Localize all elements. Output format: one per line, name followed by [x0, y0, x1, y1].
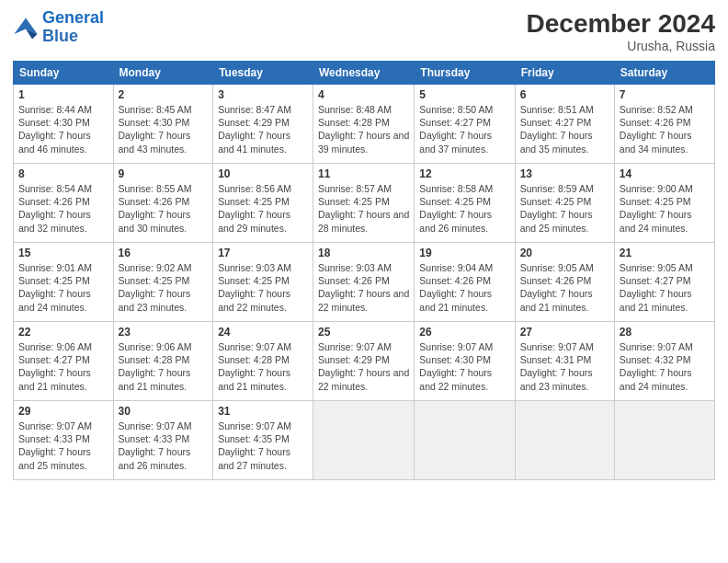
day-number: 14 — [620, 167, 710, 180]
day-number: 1 — [18, 88, 108, 101]
day-number: 30 — [119, 405, 209, 418]
calendar-day-cell: 1Sunrise: 8:44 AMSunset: 4:30 PMDaylight… — [14, 85, 114, 164]
calendar-week-row: 22Sunrise: 9:06 AMSunset: 4:27 PMDayligh… — [14, 322, 715, 401]
day-number: 17 — [218, 247, 308, 259]
calendar-day-cell: 15Sunrise: 9:01 AMSunset: 4:25 PMDayligh… — [14, 243, 114, 322]
calendar-day-cell: 29Sunrise: 9:07 AMSunset: 4:33 PMDayligh… — [14, 401, 114, 480]
calendar-day-cell: 27Sunrise: 9:07 AMSunset: 4:31 PMDayligh… — [515, 322, 614, 401]
day-number: 9 — [119, 167, 209, 180]
day-info: Sunrise: 9:04 AMSunset: 4:26 PMDaylight:… — [419, 261, 509, 314]
calendar-day-cell: 4Sunrise: 8:48 AMSunset: 4:28 PMDaylight… — [313, 85, 415, 164]
day-info: Sunrise: 8:57 AMSunset: 4:25 PMDaylight:… — [318, 182, 409, 235]
calendar-week-row: 8Sunrise: 8:54 AMSunset: 4:26 PMDaylight… — [14, 164, 715, 243]
calendar-day-cell: 12Sunrise: 8:58 AMSunset: 4:25 PMDayligh… — [415, 164, 515, 243]
day-info: Sunrise: 9:07 AMSunset: 4:33 PMDaylight:… — [119, 419, 209, 472]
day-number: 16 — [119, 247, 209, 259]
day-info: Sunrise: 9:07 AMSunset: 4:32 PMDaylight:… — [620, 340, 710, 393]
calendar-body: 1Sunrise: 8:44 AMSunset: 4:30 PMDaylight… — [14, 85, 715, 480]
calendar-day-cell: 14Sunrise: 9:00 AMSunset: 4:25 PMDayligh… — [614, 164, 714, 243]
calendar-header-row: Sunday Monday Tuesday Wednesday Thursday… — [14, 62, 715, 85]
day-number: 20 — [520, 247, 609, 259]
calendar-day-cell: 10Sunrise: 8:56 AMSunset: 4:25 PMDayligh… — [213, 164, 313, 243]
col-monday: Monday — [113, 62, 213, 85]
calendar-day-cell: 17Sunrise: 9:03 AMSunset: 4:25 PMDayligh… — [213, 243, 313, 322]
day-number: 3 — [218, 88, 308, 101]
col-tuesday: Tuesday — [213, 62, 313, 85]
day-info: Sunrise: 8:58 AMSunset: 4:25 PMDaylight:… — [419, 182, 509, 235]
day-info: Sunrise: 8:54 AMSunset: 4:26 PMDaylight:… — [18, 182, 108, 235]
calendar-day-cell: 19Sunrise: 9:04 AMSunset: 4:26 PMDayligh… — [415, 243, 515, 322]
day-info: Sunrise: 9:07 AMSunset: 4:28 PMDaylight:… — [218, 340, 308, 393]
day-info: Sunrise: 9:07 AMSunset: 4:31 PMDaylight:… — [520, 340, 609, 393]
logo-text: General Blue — [42, 9, 104, 46]
calendar-day-cell: 11Sunrise: 8:57 AMSunset: 4:25 PMDayligh… — [313, 164, 415, 243]
calendar-day-cell: 30Sunrise: 9:07 AMSunset: 4:33 PMDayligh… — [113, 401, 213, 480]
col-thursday: Thursday — [415, 62, 515, 85]
calendar-day-cell: 13Sunrise: 8:59 AMSunset: 4:25 PMDayligh… — [515, 164, 614, 243]
day-number: 26 — [419, 326, 509, 339]
day-number: 7 — [620, 88, 710, 101]
day-info: Sunrise: 9:01 AMSunset: 4:25 PMDaylight:… — [18, 261, 108, 314]
day-info: Sunrise: 9:07 AMSunset: 4:35 PMDaylight:… — [218, 419, 308, 472]
page-container: General Blue December 2024 Urusha, Russi… — [0, 0, 728, 489]
day-number: 31 — [218, 405, 308, 418]
col-friday: Friday — [515, 62, 614, 85]
calendar-day-cell — [515, 401, 614, 480]
calendar-week-row: 15Sunrise: 9:01 AMSunset: 4:25 PMDayligh… — [14, 243, 715, 322]
day-info: Sunrise: 8:44 AMSunset: 4:30 PMDaylight:… — [18, 103, 108, 155]
day-info: Sunrise: 8:47 AMSunset: 4:29 PMDaylight:… — [218, 103, 308, 155]
day-number: 24 — [218, 326, 308, 339]
col-saturday: Saturday — [614, 62, 714, 85]
location: Urusha, Russia — [527, 39, 715, 53]
day-number: 18 — [318, 247, 409, 259]
calendar-day-cell: 5Sunrise: 8:50 AMSunset: 4:27 PMDaylight… — [415, 85, 515, 164]
calendar-day-cell — [313, 401, 415, 480]
calendar-day-cell: 25Sunrise: 9:07 AMSunset: 4:29 PMDayligh… — [313, 322, 415, 401]
calendar-day-cell: 7Sunrise: 8:52 AMSunset: 4:26 PMDaylight… — [614, 85, 714, 164]
day-info: Sunrise: 9:03 AMSunset: 4:26 PMDaylight:… — [318, 261, 409, 314]
day-number: 2 — [119, 88, 209, 101]
day-number: 12 — [419, 167, 509, 180]
day-number: 22 — [18, 326, 108, 339]
calendar-week-row: 1Sunrise: 8:44 AMSunset: 4:30 PMDaylight… — [14, 85, 715, 164]
col-sunday: Sunday — [14, 62, 114, 85]
day-info: Sunrise: 8:59 AMSunset: 4:25 PMDaylight:… — [520, 182, 609, 235]
day-info: Sunrise: 9:07 AMSunset: 4:30 PMDaylight:… — [419, 340, 509, 393]
calendar-day-cell: 31Sunrise: 9:07 AMSunset: 4:35 PMDayligh… — [213, 401, 313, 480]
calendar-day-cell: 24Sunrise: 9:07 AMSunset: 4:28 PMDayligh… — [213, 322, 313, 401]
day-info: Sunrise: 9:00 AMSunset: 4:25 PMDaylight:… — [620, 182, 710, 235]
day-info: Sunrise: 9:07 AMSunset: 4:33 PMDaylight:… — [18, 419, 108, 472]
calendar-day-cell: 9Sunrise: 8:55 AMSunset: 4:26 PMDaylight… — [113, 164, 213, 243]
day-number: 8 — [18, 167, 108, 180]
day-number: 13 — [520, 167, 609, 180]
day-info: Sunrise: 8:48 AMSunset: 4:28 PMDaylight:… — [318, 103, 409, 155]
day-info: Sunrise: 9:03 AMSunset: 4:25 PMDaylight:… — [218, 261, 308, 314]
day-number: 4 — [318, 88, 409, 101]
day-number: 19 — [419, 247, 509, 259]
svg-marker-0 — [14, 17, 37, 34]
calendar-day-cell: 23Sunrise: 9:06 AMSunset: 4:28 PMDayligh… — [113, 322, 213, 401]
calendar-day-cell — [614, 401, 714, 480]
day-info: Sunrise: 9:05 AMSunset: 4:27 PMDaylight:… — [620, 261, 710, 314]
day-number: 5 — [419, 88, 509, 101]
calendar-day-cell: 16Sunrise: 9:02 AMSunset: 4:25 PMDayligh… — [113, 243, 213, 322]
calendar-day-cell: 3Sunrise: 8:47 AMSunset: 4:29 PMDaylight… — [213, 85, 313, 164]
logo-icon — [13, 15, 39, 40]
page-header: General Blue December 2024 Urusha, Russi… — [13, 9, 715, 53]
col-wednesday: Wednesday — [313, 62, 415, 85]
day-number: 29 — [18, 405, 108, 418]
day-info: Sunrise: 9:06 AMSunset: 4:28 PMDaylight:… — [119, 340, 209, 393]
calendar-day-cell: 8Sunrise: 8:54 AMSunset: 4:26 PMDaylight… — [14, 164, 114, 243]
day-info: Sunrise: 8:52 AMSunset: 4:26 PMDaylight:… — [620, 103, 710, 155]
day-number: 25 — [318, 326, 409, 339]
day-info: Sunrise: 9:07 AMSunset: 4:29 PMDaylight:… — [318, 340, 409, 393]
day-number: 6 — [520, 88, 609, 101]
calendar-day-cell: 21Sunrise: 9:05 AMSunset: 4:27 PMDayligh… — [614, 243, 714, 322]
day-info: Sunrise: 8:50 AMSunset: 4:27 PMDaylight:… — [419, 103, 509, 155]
calendar-day-cell: 6Sunrise: 8:51 AMSunset: 4:27 PMDaylight… — [515, 85, 614, 164]
day-number: 11 — [318, 167, 409, 180]
calendar-table: Sunday Monday Tuesday Wednesday Thursday… — [13, 61, 715, 480]
day-info: Sunrise: 9:02 AMSunset: 4:25 PMDaylight:… — [119, 261, 209, 314]
day-info: Sunrise: 8:56 AMSunset: 4:25 PMDaylight:… — [218, 182, 308, 235]
calendar-day-cell: 18Sunrise: 9:03 AMSunset: 4:26 PMDayligh… — [313, 243, 415, 322]
